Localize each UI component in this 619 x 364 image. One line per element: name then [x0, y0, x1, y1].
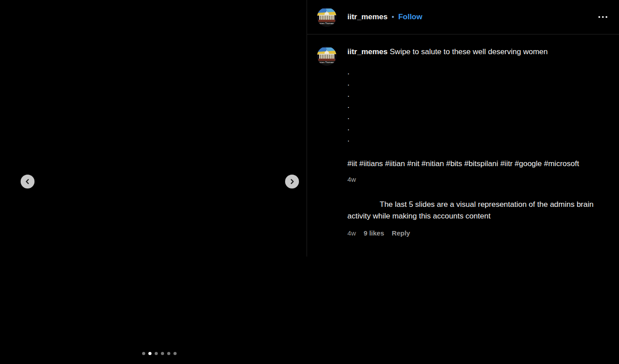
caption-text-line: iitr_memes Swipe to salute to these well… [347, 46, 596, 57]
carousel-prev-button[interactable] [21, 175, 35, 188]
carousel-next-button[interactable] [285, 175, 299, 188]
carousel-dot[interactable] [161, 352, 164, 355]
carousel-dot[interactable] [148, 352, 152, 355]
carousel-dots [142, 352, 177, 355]
comment-column: The last 5 slides are a visual represent… [347, 199, 596, 239]
post-details-pane: James Thomason iitr_memes • Follow [307, 0, 619, 364]
avatar-image-icon: James Thomason [317, 46, 337, 66]
follow-button[interactable]: Follow [398, 13, 422, 21]
post-body: James Thomason iitr_memes Swipe to salut… [307, 34, 619, 239]
header-separator-dot: • [392, 13, 394, 21]
caption-dot-line: . [347, 89, 596, 100]
caption-timestamp: 4w [347, 175, 596, 184]
caption-dot-line: . [347, 77, 596, 89]
comment-timestamp: 4w [347, 227, 356, 239]
avatar-image-icon: James Thomason [317, 7, 337, 27]
caption-dot-line: . [347, 66, 596, 77]
svg-text:James Thomason: James Thomason [318, 61, 336, 64]
comment-row: The last 5 slides are a visual represent… [317, 199, 619, 239]
caption-hashtags[interactable]: #iit #iitians #iitian #nit #nitian #bits… [347, 158, 596, 169]
caption-dot-line: . [347, 122, 596, 133]
caption-username[interactable]: iitr_memes [347, 47, 388, 56]
ellipsis-icon [598, 16, 607, 18]
post-header: James Thomason iitr_memes • Follow [307, 0, 619, 34]
caption-dot-line: . [347, 111, 596, 122]
chevron-left-icon [25, 179, 30, 184]
carousel-dot[interactable] [155, 352, 158, 355]
comment-meta: 4w 9 likes Reply [347, 227, 596, 239]
comment-avatar-slot [317, 199, 347, 239]
caption-row: James Thomason iitr_memes Swipe to salut… [317, 46, 619, 184]
carousel-dot[interactable] [142, 352, 145, 355]
header-username[interactable]: iitr_memes [347, 13, 388, 21]
chevron-right-icon [289, 179, 295, 184]
caption-dot-line: . [347, 133, 596, 145]
comment-reply-button[interactable]: Reply [392, 227, 410, 239]
svg-text:James Thomason: James Thomason [318, 22, 336, 25]
caption-avatar[interactable]: James Thomason [317, 46, 337, 66]
comment-text: The last 5 slides are a visual represent… [347, 199, 596, 222]
caption-column: iitr_memes Swipe to salute to these well… [347, 46, 596, 184]
carousel-dot[interactable] [167, 352, 170, 355]
profile-avatar[interactable]: James Thomason [317, 7, 337, 27]
more-options-button[interactable] [597, 13, 608, 21]
caption-text: Swipe to salute to these well deserving … [390, 47, 548, 56]
caption-dot-lines: ....... [347, 66, 596, 145]
caption-dot-line: . [347, 100, 596, 111]
carousel-dot[interactable] [173, 352, 177, 355]
comment-likes[interactable]: 9 likes [364, 227, 384, 239]
media-pane [0, 0, 307, 364]
